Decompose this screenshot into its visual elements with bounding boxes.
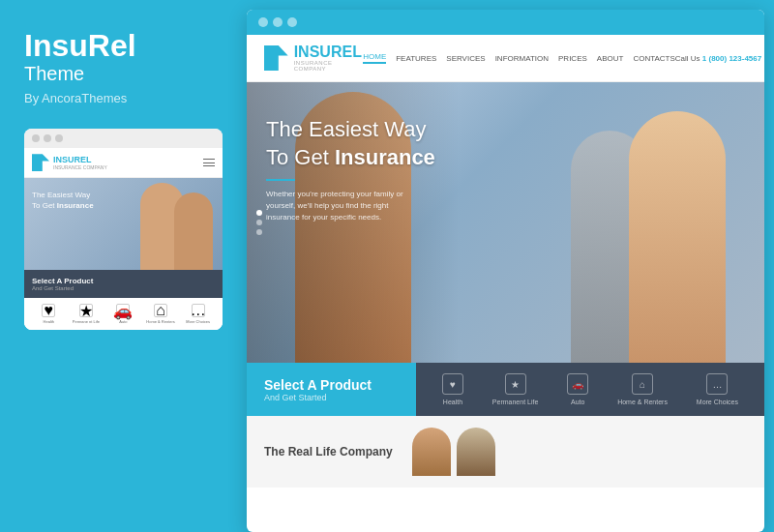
nav-contacts[interactable]: CONTACTS (633, 54, 674, 63)
hero-person-right (629, 111, 726, 363)
select-icon-auto-box: 🚗 (567, 373, 588, 395)
slide-dot-3[interactable] (256, 229, 262, 235)
hero-bold: Insurance (335, 145, 435, 169)
select-icon-health-label: Health (443, 399, 462, 405)
small-select-sub: And Get Started (32, 285, 215, 291)
slide-dot-1[interactable] (256, 210, 262, 216)
nav-services[interactable]: SERVICES (446, 54, 485, 63)
small-icon-health-label: Health (44, 319, 55, 324)
small-select-bar: Select A Product And Get Started (24, 270, 223, 298)
site-bottom: The Real Life Company (247, 416, 764, 488)
bottom-people (412, 428, 495, 476)
select-icon-permlife-box: ★ (505, 373, 526, 395)
select-icon-home[interactable]: ⌂ Home & Renters (617, 373, 668, 405)
small-icon-health[interactable]: ♥ Health (32, 304, 66, 324)
small-browser-content: INSUREL INSURANCE COMPANY The Easiest Wa… (24, 148, 223, 330)
site-logo-text: INSUREL INSURANCE COMPANY (294, 44, 364, 72)
small-icon-health-box: ♥ (42, 304, 55, 317)
small-logo-text-wrap: INSUREL INSURANCE COMPANY (53, 155, 107, 170)
select-icon-home-label: Home & Renters (617, 399, 668, 405)
site-header: INSUREL INSURANCE COMPANY HOME FEATURES … (247, 35, 764, 82)
small-icon-auto[interactable]: 🚗 Auto (106, 304, 140, 324)
select-bar-subtitle: And Get Started (264, 393, 399, 402)
small-icon-life-box: ★ (79, 304, 93, 317)
site-logo-tagline: INSURANCE COMPANY (294, 60, 364, 72)
call-us: Call Us 1 (800) 123-4567 (675, 54, 761, 63)
small-dot-1 (32, 134, 40, 142)
call-number: 1 (800) 123-4567 (702, 54, 761, 63)
nav-features[interactable]: FEATURES (396, 54, 436, 63)
small-hero: The Easiest Way To Get Insurance (24, 178, 223, 270)
site-nav: HOME FEATURES SERVICES INFORMATION PRICE… (363, 52, 675, 64)
right-browser-bar (247, 10, 764, 35)
slide-dots (256, 210, 262, 235)
hero-content: The Easiest Way To Get Insurance Whether… (266, 116, 435, 223)
small-icon-home-box: ⌂ (154, 304, 167, 317)
small-browser-bar (24, 129, 223, 148)
nav-information[interactable]: INFORMATION (495, 54, 549, 63)
bottom-text: The Real Life Company (264, 445, 393, 458)
select-product-bar: Select A Product And Get Started ♥ Healt… (247, 363, 764, 416)
small-dot-2 (44, 134, 51, 142)
nav-prices[interactable]: PRICES (558, 54, 587, 63)
small-icon-home-label: Home & Renters (146, 319, 175, 324)
right-dot-1 (258, 17, 268, 27)
nav-home[interactable]: HOME (363, 52, 386, 64)
bottom-person-1 (412, 428, 451, 476)
bottom-person-2 (457, 428, 495, 476)
brand-by: By AncoraThemes (24, 91, 213, 105)
slide-dot-2[interactable] (256, 220, 262, 225)
hero-line2: To Get (266, 145, 335, 169)
small-logo: INSUREL INSURANCE COMPANY (32, 154, 107, 171)
select-icon-permlife[interactable]: ★ Permanent Life (492, 373, 538, 405)
select-bar-title: Select A Product (264, 377, 399, 393)
hamburger-line-2 (203, 163, 215, 163)
brand-title: InsuRel (24, 29, 213, 63)
small-site-header: INSUREL INSURANCE COMPANY (24, 148, 223, 178)
select-bar-icons: ♥ Health ★ Permanent Life 🚗 Auto ⌂ Home … (416, 363, 764, 416)
select-icon-auto[interactable]: 🚗 Auto (567, 373, 588, 405)
select-icon-more[interactable]: … More Choices (697, 373, 738, 405)
hero-headline: The Easiest Way To Get Insurance (266, 116, 435, 171)
right-dot-2 (273, 17, 283, 27)
select-icon-health[interactable]: ♥ Health (442, 373, 463, 405)
hamburger-line-3 (203, 165, 215, 166)
site-logo-icon (264, 45, 288, 71)
small-hero-line2: To Get (32, 201, 55, 210)
small-icon-auto-box: 🚗 (116, 304, 130, 317)
site-hero: The Easiest Way To Get Insurance Whether… (247, 82, 764, 363)
select-icon-home-box: ⌂ (632, 373, 653, 395)
small-logo-tagline: INSURANCE COMPANY (53, 164, 107, 170)
small-logo-icon (32, 154, 49, 171)
small-icon-more[interactable]: … More Choices (181, 304, 215, 324)
right-dot-3 (287, 17, 297, 27)
small-person-2 (174, 192, 213, 270)
small-icon-more-label: More Choices (186, 319, 210, 324)
small-icons-row: ♥ Health ★ Permane nt Life 🚗 Auto ⌂ Home… (24, 298, 223, 330)
nav-about[interactable]: ABOUT (597, 54, 624, 63)
hero-subtext: Whether you're protecting your family or… (266, 189, 421, 223)
select-icon-permlife-label: Permanent Life (492, 399, 538, 405)
small-logo-name: INSUREL (53, 155, 107, 164)
site-logo[interactable]: INSUREL INSURANCE COMPANY (264, 44, 363, 72)
small-browser-mockup: INSUREL INSURANCE COMPANY The Easiest Wa… (24, 129, 223, 330)
select-icon-more-box: … (706, 373, 728, 395)
small-hamburger-icon[interactable] (203, 159, 215, 166)
small-dot-3 (55, 134, 63, 142)
hero-line1: The Easiest Way (266, 117, 426, 141)
select-icon-more-label: More Choices (697, 399, 738, 405)
hero-divider (266, 179, 295, 181)
small-hero-line1: The Easiest Way (32, 191, 90, 199)
select-icon-auto-label: Auto (571, 399, 584, 405)
hamburger-line-1 (203, 159, 215, 160)
small-icon-life[interactable]: ★ Permane nt Life (70, 304, 104, 324)
small-icon-auto-label: Auto (119, 319, 127, 324)
small-icon-home[interactable]: ⌂ Home & Renters (144, 304, 178, 324)
site-logo-name: INSUREL (294, 44, 364, 60)
small-icon-more-box: … (192, 304, 205, 317)
select-bar-left: Select A Product And Get Started (247, 363, 416, 416)
small-hero-bold: Insurance (57, 201, 94, 210)
left-panel: InsuRel Theme By AncoraThemes INSUREL IN… (0, 0, 237, 532)
brand-subtitle: Theme (24, 63, 213, 85)
small-icon-life-label: Permane nt Life (73, 319, 100, 324)
